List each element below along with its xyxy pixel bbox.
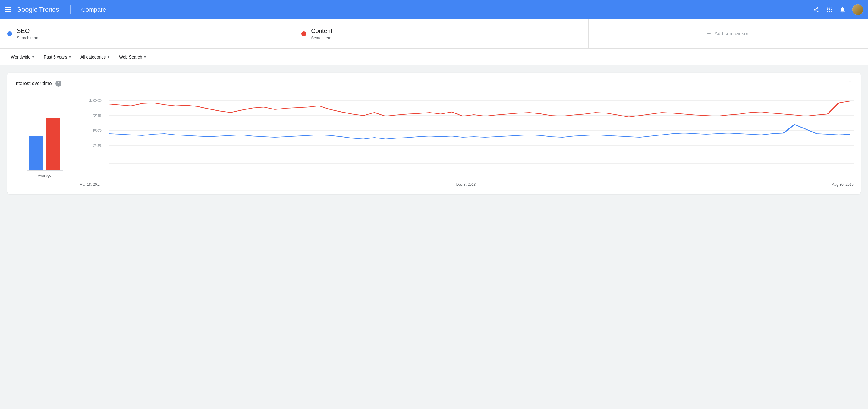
svg-point-4 xyxy=(827,9,828,10)
header-divider xyxy=(70,5,70,14)
content-term-info: Content Search term xyxy=(311,27,333,40)
logo-trends-text: Trends xyxy=(39,6,59,13)
main-content: Interest over time ? ⋮ Average xyxy=(0,65,868,201)
add-comparison-button[interactable]: + Add comparison xyxy=(589,19,868,48)
svg-text:25: 25 xyxy=(93,144,101,147)
interest-over-time-card: Interest over time ? ⋮ Average xyxy=(7,73,861,194)
avatar-image xyxy=(852,4,863,15)
line-chart-svg: 100 75 50 25 xyxy=(80,94,854,179)
seo-line xyxy=(109,124,850,139)
categories-filter-label: All categories xyxy=(81,55,106,59)
svg-point-5 xyxy=(829,9,830,10)
apps-icon[interactable] xyxy=(826,6,833,13)
add-comparison-icon: + xyxy=(707,30,711,38)
svg-point-9 xyxy=(831,11,832,12)
categories-filter[interactable]: All categories ▾ xyxy=(77,52,113,62)
bar-chart-bars xyxy=(27,111,63,171)
search-terms-bar: SEO Search term Content Search term + Ad… xyxy=(0,19,868,49)
seo-term-name: SEO xyxy=(17,27,38,34)
line-chart-section: 100 75 50 25 Mar 18, 20... Dec 8, 2013 A… xyxy=(75,94,854,187)
svg-point-8 xyxy=(829,11,830,12)
svg-text:50: 50 xyxy=(93,129,101,133)
notifications-icon[interactable] xyxy=(839,6,846,13)
content-dot xyxy=(301,31,306,36)
chart-help-icon[interactable]: ? xyxy=(56,81,61,87)
svg-point-3 xyxy=(831,7,832,8)
filters-bar: Worldwide ▾ Past 5 years ▾ All categorie… xyxy=(0,49,868,65)
seo-term-type: Search term xyxy=(17,36,38,40)
x-label-start: Mar 18, 20... xyxy=(80,182,100,187)
chart-header: Interest over time ? ⋮ xyxy=(14,80,854,87)
google-trends-logo: Google Trends xyxy=(16,6,59,13)
search-term-card-seo[interactable]: SEO Search term xyxy=(0,19,294,48)
time-filter-label: Past 5 years xyxy=(44,55,67,59)
seo-term-info: SEO Search term xyxy=(17,27,38,40)
content-line xyxy=(109,101,850,117)
x-label-end: Aug 30, 2015 xyxy=(832,182,854,187)
seo-bar xyxy=(29,136,43,170)
svg-point-6 xyxy=(831,9,832,10)
user-avatar[interactable] xyxy=(852,4,863,15)
svg-point-1 xyxy=(827,7,828,8)
chart-title-row: Interest over time ? xyxy=(14,81,61,87)
search-type-filter-label: Web Search xyxy=(119,55,142,59)
region-filter-chevron: ▾ xyxy=(32,55,34,59)
svg-point-2 xyxy=(829,7,830,8)
svg-point-7 xyxy=(827,11,828,12)
seo-dot xyxy=(7,31,12,36)
chart-more-icon[interactable]: ⋮ xyxy=(846,80,854,87)
content-bar xyxy=(46,118,60,170)
header-left: Google Trends Compare xyxy=(5,5,106,14)
content-term-type: Search term xyxy=(311,36,333,40)
chart-title: Interest over time xyxy=(14,81,52,86)
svg-text:75: 75 xyxy=(93,114,101,117)
svg-text:100: 100 xyxy=(88,99,101,102)
search-term-card-content[interactable]: Content Search term xyxy=(294,19,588,48)
bar-chart-label: Average xyxy=(38,173,51,178)
app-header: Google Trends Compare xyxy=(0,0,868,19)
share-icon[interactable] xyxy=(812,6,820,13)
logo-google-text: Google xyxy=(16,6,38,13)
bar-chart-section: Average xyxy=(14,94,75,187)
chart-area: Average 100 75 50 25 xyxy=(14,94,854,187)
time-filter-chevron: ▾ xyxy=(69,55,71,59)
region-filter[interactable]: Worldwide ▾ xyxy=(7,52,38,62)
categories-filter-chevron: ▾ xyxy=(107,55,110,59)
x-label-mid: Dec 8, 2013 xyxy=(456,182,476,187)
search-type-filter-chevron: ▾ xyxy=(144,55,146,59)
header-right xyxy=(812,4,863,15)
header-compare-label: Compare xyxy=(82,6,106,13)
region-filter-label: Worldwide xyxy=(11,55,30,59)
content-term-name: Content xyxy=(311,27,333,34)
search-type-filter[interactable]: Web Search ▾ xyxy=(116,52,150,62)
x-axis-labels: Mar 18, 20... Dec 8, 2013 Aug 30, 2015 xyxy=(80,180,854,187)
hamburger-menu[interactable] xyxy=(5,7,11,12)
add-comparison-label: Add comparison xyxy=(715,31,749,36)
time-filter[interactable]: Past 5 years ▾ xyxy=(40,52,74,62)
